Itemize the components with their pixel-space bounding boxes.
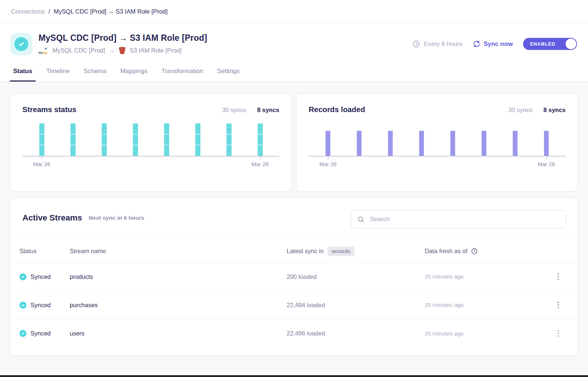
stream-name: products <box>70 273 287 280</box>
streams-status-card: Streams status 30 syncs 8 syncs Mar 26Ma… <box>10 94 291 191</box>
data-fresh-time: 25 minutes ago <box>425 273 548 280</box>
chart-bar-slot <box>406 123 437 156</box>
destination-link[interactable]: S3 IAM Role [Prod] <box>130 47 181 54</box>
sync-bar[interactable] <box>133 123 138 156</box>
table-row[interactable]: Synced products 200 loaded 25 minutes ag… <box>11 263 577 291</box>
tab-status[interactable]: Status <box>13 63 32 81</box>
toggle-knob <box>566 39 576 49</box>
tab-settings[interactable]: Settings <box>217 63 239 81</box>
connection-subtitle: My SQL MySQL CDC [Prod] → S3 IAM Role [P… <box>39 46 412 55</box>
window-bottom-edge <box>0 375 588 377</box>
tab-bar: Status Timeline Schema Mappings Transfor… <box>0 63 588 82</box>
chart-bar-slot: Mar 28 <box>531 123 562 156</box>
source-link[interactable]: MySQL CDC [Prod] <box>52 47 105 54</box>
schedule-label: Every 6 hours <box>424 40 462 48</box>
row-menu-button[interactable] <box>548 299 569 310</box>
sync-count-filters: 30 syncs 8 syncs <box>508 107 566 114</box>
stream-status: Synced <box>30 302 51 309</box>
card-title: Records loaded <box>309 105 365 114</box>
table-row[interactable]: Synced users 22,496 loaded 25 minutes ag… <box>11 319 577 348</box>
chart-bar-slot <box>151 123 182 156</box>
sync-bar[interactable] <box>513 131 518 156</box>
col-data-fresh: Data fresh as of <box>425 248 467 255</box>
sync-bar[interactable] <box>70 123 76 156</box>
chart-bars: Mar 26Mar 28 <box>309 123 566 156</box>
stream-status: Synced <box>30 330 51 337</box>
sync-now-button[interactable]: Sync now <box>473 40 513 48</box>
sync-bar[interactable] <box>544 131 549 156</box>
sync-now-label: Sync now <box>484 40 513 48</box>
records-unit-badge[interactable]: records <box>327 247 355 256</box>
sync-bar[interactable] <box>195 123 200 156</box>
sync-bar[interactable] <box>102 123 107 156</box>
breadcrumb-separator: / <box>48 8 50 15</box>
connection-status-page: Connections / MySQL CDC [Prod] → S3 IAM … <box>0 0 588 377</box>
syncs-total-filter[interactable]: 30 syncs <box>508 107 532 114</box>
axis-label: Mar 26 <box>319 161 337 167</box>
stream-search-box <box>351 210 566 229</box>
sync-bar[interactable] <box>39 123 44 156</box>
chart-bar-slot <box>344 123 375 156</box>
chart-bar-slot <box>468 123 500 156</box>
refresh-icon <box>473 40 480 48</box>
synced-check-icon <box>19 330 26 337</box>
col-latest-sync: Latest sync in <box>287 248 324 255</box>
sync-bar[interactable] <box>419 131 424 156</box>
sync-bar[interactable] <box>226 123 232 156</box>
chart-bar-slot: Mar 28 <box>244 123 276 156</box>
records-loaded-card: Records loaded 30 syncs 8 syncs Mar 26Ma… <box>297 94 578 191</box>
chart-bar-slot: Mar 26 <box>26 123 57 156</box>
table-row[interactable]: Synced purchases 22,494 loaded 25 minute… <box>11 291 577 319</box>
chart-bar-slot <box>57 123 88 156</box>
axis-label: Mar 28 <box>538 161 555 167</box>
syncs-recent-filter[interactable]: 8 syncs <box>257 107 279 114</box>
sync-bar[interactable] <box>357 131 362 156</box>
syncs-total-filter[interactable]: 30 syncs <box>222 107 246 114</box>
sync-bar[interactable] <box>482 131 486 156</box>
active-streams-card: Active Streams Next sync in 6 hours Stat… <box>10 198 578 356</box>
chart-bar-slot: Mar 26 <box>312 123 344 156</box>
breadcrumb-connections-link[interactable]: Connections <box>11 8 45 15</box>
row-menu-button[interactable] <box>548 271 569 282</box>
breadcrumb-current: MySQL CDC [Prod] → S3 IAM Role [Prod] <box>54 8 167 15</box>
search-icon <box>357 216 365 223</box>
check-circle-icon <box>14 37 28 51</box>
enabled-toggle[interactable]: ENABLED <box>523 38 577 50</box>
tab-schema[interactable]: Schema <box>84 63 106 81</box>
records-loaded-chart: Mar 26Mar 28 <box>309 123 566 157</box>
status-panel: Streams status 30 syncs 8 syncs Mar 26Ma… <box>0 82 588 373</box>
synced-check-icon <box>19 273 26 280</box>
axis-label: Mar 26 <box>33 161 50 167</box>
chart-bar-slot <box>500 123 531 156</box>
syncs-recent-filter[interactable]: 8 syncs <box>543 107 566 114</box>
page-title: MySQL CDC [Prod] → S3 IAM Role [Prod] <box>39 33 412 43</box>
chart-bar-slot <box>375 123 406 156</box>
col-stream-name: Stream name <box>70 248 287 255</box>
axis-tick <box>41 156 42 159</box>
tab-transformation[interactable]: Transformation <box>161 63 203 81</box>
connection-controls: Every 6 hours Sync now ENABLED <box>412 38 577 50</box>
synced-check-icon <box>19 302 26 309</box>
chart-x-axis <box>22 156 279 157</box>
mysql-logo-icon: My SQL <box>39 47 49 54</box>
tab-timeline[interactable]: Timeline <box>46 63 70 81</box>
sync-bar[interactable] <box>388 131 393 156</box>
sync-bar[interactable] <box>450 131 455 156</box>
sync-bar[interactable] <box>326 131 330 156</box>
row-menu-button[interactable] <box>548 328 569 339</box>
streams-status-chart: Mar 26Mar 28 <box>22 123 279 157</box>
streams-table-header: Status Stream name Latest sync in record… <box>11 240 577 263</box>
chart-x-axis <box>309 156 566 157</box>
chart-bar-slot <box>213 123 244 156</box>
sync-bar[interactable] <box>164 123 169 156</box>
tab-mappings[interactable]: Mappings <box>120 63 148 81</box>
sync-bar[interactable] <box>258 123 263 156</box>
search-input[interactable] <box>369 215 560 223</box>
next-sync-label: Next sync in 6 hours <box>89 215 145 221</box>
chart-bars: Mar 26Mar 28 <box>22 123 279 156</box>
s3-bucket-icon <box>119 46 126 55</box>
enabled-toggle-label: ENABLED <box>530 41 555 47</box>
connection-header: MySQL CDC [Prod] → S3 IAM Role [Prod] My… <box>0 24 588 55</box>
axis-tick <box>260 156 261 159</box>
active-streams-title: Active Streams <box>22 213 82 223</box>
